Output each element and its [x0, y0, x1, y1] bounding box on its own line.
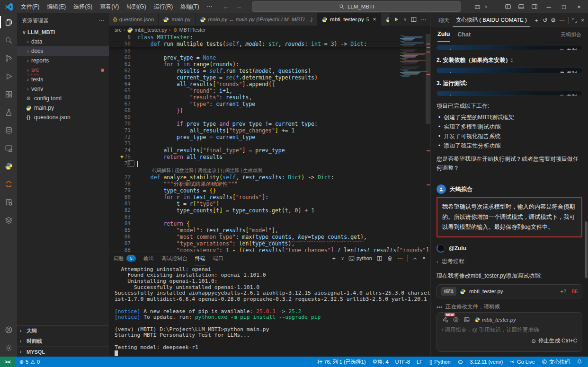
copy-button[interactable]: 复制 — [560, 47, 577, 50]
more-actions-icon[interactable]: ··· — [397, 255, 403, 262]
status-item[interactable]: 文心快码 — [542, 358, 570, 366]
tree-item-venv[interactable]: ›venv — [17, 84, 109, 94]
activity-layers[interactable] — [0, 211, 17, 229]
back-arrow-icon[interactable]: ← — [223, 3, 229, 10]
sparkle-icon[interactable] — [119, 154, 125, 159]
forward-arrow-icon[interactable]: → — [236, 3, 242, 10]
activity-run-debug[interactable] — [0, 67, 17, 85]
new-chat-icon[interactable]: ＋ — [534, 17, 539, 25]
tree-item-questions-json[interactable]: {}questions.json — [17, 113, 109, 122]
editor-tab[interactable]: report_generator.py — [381, 13, 390, 26]
toggle-panel-icon[interactable] — [515, 1, 527, 12]
editor-tab[interactable]: main.py ↔ main.py (\Project\LLM_MBTI ...… — [196, 13, 317, 26]
status-item[interactable]: Go Live — [509, 359, 535, 365]
close-button[interactable]: × — [572, 0, 586, 13]
minimap[interactable] — [400, 35, 426, 80]
tab-zulu[interactable]: Zulu — [437, 27, 450, 42]
section-大纲[interactable]: ›大纲 — [17, 325, 109, 336]
section-时间线[interactable]: ›时间线 — [17, 336, 109, 346]
activity-notebook[interactable] — [0, 193, 17, 211]
activity-python[interactable] — [0, 157, 17, 175]
editor-tab[interactable]: mbti_tester.py5× — [317, 13, 381, 26]
split-editor-icon[interactable] — [410, 16, 417, 23]
context-file-chip[interactable]: mbti_tester.py — [474, 317, 516, 323]
panel-tab-输出[interactable]: 输出 — [143, 252, 154, 265]
new-terminal-icon[interactable]: ＋ — [331, 254, 337, 262]
history-icon[interactable]: ↺ — [543, 17, 547, 24]
status-item[interactable]: 行 76, 列 1 (已选择1) — [317, 358, 365, 366]
terminal-dropdown-icon[interactable]: ∨ — [341, 256, 344, 261]
chat-tab-inactive[interactable]: 聊天 — [435, 17, 453, 24]
status-item[interactable]: LF — [417, 359, 423, 365]
activity-extensions[interactable] — [0, 85, 17, 103]
file-edit-card[interactable]: 编辑 mbti_tester.py +2 -86 — [437, 284, 582, 298]
problems-status[interactable]: ⊗5 ⚠0 — [16, 359, 44, 365]
tree-root[interactable]: ∨LLM_MBTI — [17, 27, 109, 37]
close-panel-icon[interactable]: × — [422, 255, 426, 262]
close-icon[interactable]: × — [581, 17, 584, 24]
more-actions-icon[interactable]: ··· — [559, 17, 565, 24]
stop-generating-button[interactable]: ⊙ 停止生成 Ctrl+C — [442, 337, 577, 344]
terminal-output[interactable]: Attempting uninstall: openai Found exist… — [109, 265, 430, 357]
agent-tools-icon[interactable]: NEW — [442, 316, 448, 323]
menu-item[interactable]: 查看(V) — [96, 1, 123, 13]
minimize-button[interactable]: ─ — [542, 0, 556, 13]
status-item[interactable] — [457, 359, 463, 365]
menu-item[interactable]: 选择(S) — [70, 1, 96, 13]
tree-item-docs[interactable]: ›docs — [17, 46, 109, 56]
status-item[interactable] — [577, 359, 582, 365]
code-editor[interactable]: 6class MBTITester:50 def run_multiple_te… — [109, 34, 430, 252]
activity-testing[interactable] — [0, 103, 17, 121]
expand-icon[interactable] — [572, 17, 578, 23]
image-icon[interactable] — [463, 316, 470, 323]
panel-tab-问题[interactable]: 问题5 — [114, 252, 136, 265]
more-actions-icon[interactable]: ··· — [99, 17, 104, 23]
copy-button[interactable]: 复制 — [560, 70, 577, 73]
menu-item[interactable]: 终端(T) — [177, 1, 203, 13]
menu-item[interactable]: 编辑(E) — [43, 1, 70, 13]
remote-indicator[interactable]: >< — [0, 357, 16, 367]
chat-input-box[interactable]: NEW mbti_tester.py — [437, 312, 582, 352]
codelens-actions[interactable]: 代码解释 | 函数注释 | 调优建议 | 行间注释 | 生成单测 — [137, 168, 262, 173]
copy-button[interactable]: 复制 — [560, 93, 577, 96]
tree-item-tests[interactable]: ›tests — [17, 75, 109, 84]
tree-item-data[interactable]: ›data — [17, 37, 109, 46]
chat-scrollbar[interactable] — [585, 221, 588, 278]
activity-database[interactable] — [0, 121, 17, 139]
run-dropdown-icon[interactable]: ∨ — [403, 17, 407, 22]
tree-item-reports[interactable]: ›reports — [17, 56, 109, 65]
tree-item-main-py[interactable]: main.py — [17, 103, 109, 113]
maximize-panel-icon[interactable] — [412, 255, 418, 262]
activity-search[interactable] — [0, 31, 17, 49]
more-actions-icon[interactable]: ··· — [421, 16, 427, 23]
run-python-file-icon[interactable] — [393, 16, 400, 23]
inline-chat-button[interactable] — [127, 160, 134, 167]
editor-tab[interactable]: {}questions.json — [109, 13, 159, 26]
activity-account[interactable] — [0, 321, 17, 339]
restore-button[interactable]: □ — [557, 0, 571, 13]
status-item[interactable]: 3.12.11 (venv) — [470, 359, 503, 365]
panel-tab-调试控制台[interactable]: 调试控制台 — [161, 252, 187, 265]
breadcrumb-item[interactable]: MBTITester — [173, 27, 206, 33]
status-item[interactable]: {}Python — [429, 359, 451, 365]
menu-item[interactable]: 文件(F) — [17, 1, 43, 13]
mention-icon[interactable] — [453, 316, 459, 323]
close-tab-icon[interactable]: × — [373, 16, 376, 23]
panel-tab-终端[interactable]: 终端 — [195, 252, 205, 265]
menu-item[interactable]: ··· — [203, 1, 216, 13]
activity-source-control[interactable] — [0, 49, 17, 67]
kill-terminal-icon[interactable] — [387, 255, 393, 262]
tree-item-config-toml[interactable]: ⚙config.toml — [17, 94, 109, 103]
menu-item[interactable]: 运行(R) — [150, 1, 177, 13]
activity-explorer[interactable] — [0, 13, 17, 31]
search-input[interactable]: LLM_MBTI — [252, 1, 461, 12]
tree-item-src[interactable]: ›src — [17, 65, 109, 75]
thinking-collapse[interactable]: › 思考过程 — [437, 257, 582, 265]
section-MYSQL[interactable]: ›MYSQL — [17, 346, 109, 357]
menu-item[interactable]: 转到(G) — [123, 1, 150, 13]
gear-icon[interactable]: ⚙ — [551, 17, 556, 24]
activity-jupyter[interactable] — [0, 175, 17, 193]
activity-settings[interactable] — [0, 339, 17, 357]
breadcrumb-item[interactable]: src — [115, 27, 122, 33]
chat-tab-active[interactable]: 文心快码 ( BAIDU COMATE ) — [453, 14, 530, 27]
